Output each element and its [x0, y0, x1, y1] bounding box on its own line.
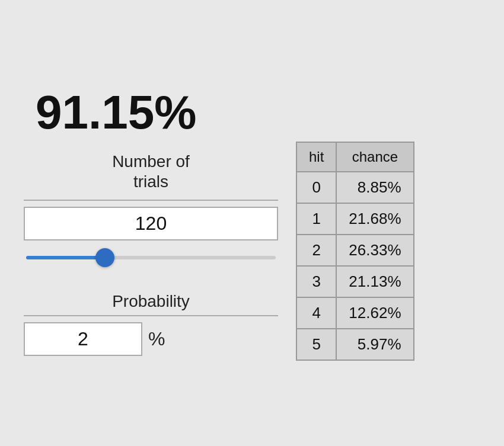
trials-divider [24, 200, 278, 201]
trials-label-section: Number of trials [24, 152, 278, 191]
probability-label: Probability [24, 291, 278, 312]
probability-divider [24, 315, 278, 316]
trials-slider[interactable] [26, 256, 276, 259]
main-container: 91.15% Number of trials Probability % hi… [0, 68, 504, 378]
trials-input[interactable] [24, 207, 278, 240]
table-cell-chance: 12.62% [336, 297, 413, 329]
table-row: 321.13% [296, 266, 414, 297]
left-panel: 91.15% Number of trials Probability % [24, 85, 296, 356]
table-row: 226.33% [296, 235, 414, 266]
slider-container [24, 251, 278, 262]
main-percentage: 91.15% [36, 85, 196, 140]
col-chance-header: chance [336, 142, 413, 172]
col-hit-header: hit [296, 142, 336, 172]
table-cell-hit: 3 [296, 266, 336, 297]
table-row: 08.85% [296, 172, 414, 203]
table-row: 55.97% [296, 329, 414, 360]
table-header-row: hit chance [296, 142, 414, 172]
table-cell-chance: 21.13% [336, 266, 413, 297]
table-cell-hit: 2 [296, 235, 336, 266]
table-cell-hit: 5 [296, 329, 336, 360]
table-cell-chance: 21.68% [336, 203, 413, 235]
table-cell-chance: 8.85% [336, 172, 413, 203]
table-cell-hit: 1 [296, 203, 336, 235]
table-cell-hit: 0 [296, 172, 336, 203]
trials-label-line1: Number of [24, 152, 278, 172]
table-cell-hit: 4 [296, 297, 336, 329]
table-row: 412.62% [296, 297, 414, 329]
probability-input-row: % [24, 322, 278, 356]
trials-label-line2: trials [24, 172, 278, 192]
right-panel: hit chance 08.85%121.68%226.33%321.13%41… [296, 142, 414, 361]
table-cell-chance: 5.97% [336, 329, 413, 360]
probability-section: Probability % [24, 291, 278, 356]
percent-label: % [148, 328, 165, 350]
hit-chance-table: hit chance 08.85%121.68%226.33%321.13%41… [296, 142, 414, 361]
table-row: 121.68% [296, 203, 414, 235]
probability-input[interactable] [24, 322, 142, 356]
table-cell-chance: 26.33% [336, 235, 413, 266]
